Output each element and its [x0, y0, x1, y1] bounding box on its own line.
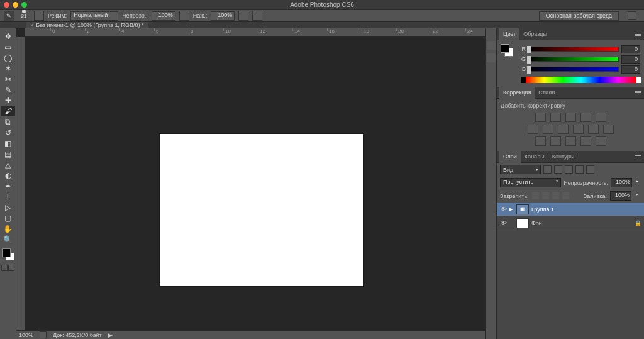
status-icon[interactable]	[40, 331, 47, 338]
properties-panel-icon[interactable]	[487, 53, 496, 62]
layer-row[interactable]: 👁▶▣Группа 1	[497, 203, 644, 216]
history-panel-icon[interactable]	[487, 41, 496, 50]
layer-name[interactable]: Фон	[531, 220, 542, 226]
lock-trans-icon[interactable]	[532, 192, 539, 199]
panel-menu-icon[interactable]	[635, 31, 641, 38]
move-tool[interactable]: ✥	[1, 31, 15, 42]
gradmap-adjust-icon[interactable]	[580, 136, 591, 146]
channel-value[interactable]: 0	[621, 65, 640, 74]
tab-layers[interactable]: Слои	[499, 151, 521, 163]
hue-adjust-icon[interactable]	[528, 125, 538, 134]
document-tab[interactable]: × Без имени-1 @ 100% (Группа 1, RGB/8) *	[26, 22, 148, 28]
vibrance-adjust-icon[interactable]	[596, 113, 606, 122]
pressure-size-toggle[interactable]	[252, 11, 262, 21]
slider-thumb[interactable]	[527, 46, 531, 53]
quick-select-tool[interactable]: ✶	[1, 63, 15, 74]
hand-tool[interactable]: ✋	[1, 223, 15, 234]
ruler-horizontal[interactable]: 024681012141618202224	[25, 28, 485, 37]
brush-panel-toggle[interactable]	[34, 11, 44, 21]
stamp-tool[interactable]: ⧉	[1, 116, 15, 127]
opacity-input[interactable]: 100%	[152, 11, 175, 21]
workspace-switcher[interactable]: Основная рабочая среда	[539, 11, 619, 21]
flow-input[interactable]: 100%	[211, 11, 235, 21]
visibility-icon[interactable]: 👁	[499, 219, 508, 227]
type-tool[interactable]: T	[1, 191, 15, 202]
eyedropper-tool[interactable]: ✎	[1, 84, 15, 95]
poster-adjust-icon[interactable]	[550, 136, 561, 146]
tab-paths[interactable]: Контуры	[548, 151, 578, 163]
dodge-tool[interactable]: ◐	[1, 170, 15, 181]
gradient-tool[interactable]: ▤	[1, 148, 15, 159]
current-colors[interactable]	[501, 44, 513, 57]
pen-tool[interactable]: ✒	[1, 181, 15, 191]
canvas[interactable]	[160, 134, 363, 286]
lasso-tool[interactable]: ◯	[1, 52, 15, 63]
blend-mode-select[interactable]: Нормальный	[70, 11, 118, 21]
tab-styles[interactable]: Стили	[535, 87, 558, 99]
layer-fill-input[interactable]: 100%	[610, 191, 631, 201]
history-brush-tool[interactable]: ↺	[1, 127, 15, 138]
tab-channels[interactable]: Каналы	[521, 151, 548, 163]
slider-track[interactable]	[528, 57, 619, 62]
maximize-icon[interactable]	[21, 2, 27, 8]
slider-thumb[interactable]	[527, 66, 531, 74]
spectrum-ramp[interactable]	[526, 77, 636, 83]
brightness-adjust-icon[interactable]	[535, 113, 546, 122]
curves-adjust-icon[interactable]	[565, 113, 576, 122]
panel-menu-icon[interactable]	[635, 89, 641, 96]
layer-opacity-input[interactable]: 100%	[611, 178, 632, 187]
pressure-opacity-toggle[interactable]	[179, 11, 189, 21]
close-icon[interactable]	[4, 2, 9, 8]
status-arrow-icon[interactable]: ▶	[108, 332, 113, 338]
layer-name[interactable]: Группа 1	[531, 206, 554, 213]
filter-kind-select[interactable]: Вид	[500, 165, 541, 174]
colorbal-adjust-icon[interactable]	[543, 125, 553, 134]
csf-icon[interactable]	[628, 11, 636, 20]
foreground-swatch[interactable]	[2, 248, 11, 257]
channel-value[interactable]: 0	[621, 55, 640, 64]
layer-row[interactable]: 👁Фон🔒	[497, 216, 644, 230]
path-select-tool[interactable]: ▷	[1, 202, 15, 213]
current-tool-icon[interactable]: ✎	[4, 11, 14, 21]
close-doc-icon[interactable]: ×	[30, 22, 33, 28]
filter-type-icon[interactable]	[565, 165, 573, 174]
channel-value[interactable]: 0	[621, 45, 640, 53]
mixer-adjust-icon[interactable]	[588, 125, 599, 134]
threshold-adjust-icon[interactable]	[565, 136, 576, 146]
expand-icon[interactable]: ▶	[508, 207, 514, 212]
shape-tool[interactable]: ▢	[1, 213, 15, 223]
filter-pixel-icon[interactable]	[543, 165, 552, 174]
selcolor-adjust-icon[interactable]	[596, 136, 606, 146]
slider-track[interactable]	[528, 67, 619, 72]
eraser-tool[interactable]: ◧	[1, 138, 15, 148]
lock-all-icon[interactable]	[562, 192, 569, 199]
ruler-vertical[interactable]	[16, 37, 25, 339]
tab-swatches[interactable]: Образцы	[519, 28, 551, 40]
filter-smart-icon[interactable]	[586, 165, 594, 174]
slider-track[interactable]	[528, 47, 619, 52]
levels-adjust-icon[interactable]	[550, 113, 561, 122]
lock-image-icon[interactable]	[542, 192, 549, 199]
tab-color[interactable]: Цвет	[499, 28, 519, 40]
lock-pos-icon[interactable]	[552, 192, 559, 199]
fg-color-icon[interactable]	[501, 44, 509, 53]
photofilter-adjust-icon[interactable]	[573, 125, 584, 134]
color-swatches[interactable]	[2, 248, 14, 261]
quickmask-mode[interactable]	[8, 265, 14, 271]
airbrush-toggle[interactable]	[238, 11, 248, 21]
visibility-icon[interactable]: 👁	[499, 205, 508, 213]
lookup-adjust-icon[interactable]	[603, 125, 614, 134]
filter-adjust-icon[interactable]	[554, 165, 562, 174]
bw-adjust-icon[interactable]	[558, 125, 569, 134]
zoom-value[interactable]: 100%	[19, 332, 33, 338]
marquee-tool[interactable]: ▭	[1, 42, 15, 52]
zoom-tool[interactable]: 🔍	[1, 234, 15, 245]
heal-tool[interactable]: ✚	[1, 95, 15, 106]
tab-adjustments[interactable]: Коррекция	[499, 87, 535, 99]
panel-menu-icon[interactable]	[635, 153, 641, 160]
exposure-adjust-icon[interactable]	[580, 113, 591, 122]
brush-preset-picker[interactable]: 21	[18, 9, 30, 22]
filter-shape-icon[interactable]	[575, 165, 584, 174]
brush-tool[interactable]: 🖌	[1, 106, 15, 116]
minimize-icon[interactable]	[13, 2, 18, 8]
